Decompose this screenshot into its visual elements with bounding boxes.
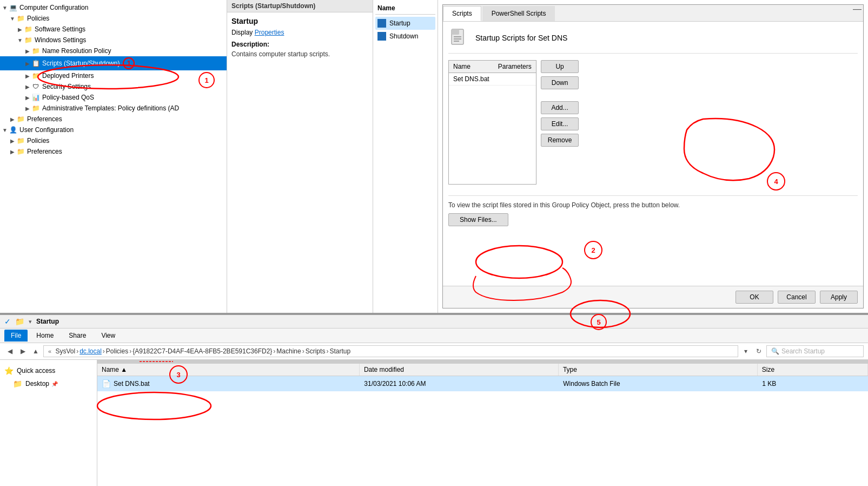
file-size: 1 KB <box>758 378 868 389</box>
scripts-dialog-icon <box>448 27 470 49</box>
path-machine: Machine <box>276 347 301 355</box>
tree-item-name-resolution[interactable]: ▶📁Name Resolution Policy <box>0 45 227 56</box>
file-name-cell: 📄Set DNS.bat <box>97 378 360 390</box>
pin-icon: 📌 <box>51 381 58 387</box>
tree-item-deployed-printers[interactable]: ▶📁Deployed Printers <box>0 70 227 81</box>
nav-ribbon: File Home Share View <box>0 329 868 343</box>
forward-button[interactable]: ▶ <box>17 346 28 357</box>
startup-title: Startup <box>231 17 368 25</box>
file-type: Windows Batch File <box>559 378 758 389</box>
expand-icon: ▶ <box>24 94 31 101</box>
edit-button[interactable]: Edit... <box>541 117 579 130</box>
nav-quick-access[interactable]: ⭐ Quick access <box>0 364 97 377</box>
tree-item-windows-settings[interactable]: ▼📁Windows Settings <box>0 35 227 45</box>
tree-item-icon: 📁 <box>31 71 40 80</box>
show-files-text: To view the script files stored in this … <box>448 201 858 209</box>
tree-item-label: Security Settings <box>42 83 91 90</box>
dropdown-button[interactable]: ▾ <box>740 346 751 357</box>
tree-item-label: Preferences <box>27 148 62 155</box>
scripts-table: Name Parameters Set DNS.bat <box>449 61 536 86</box>
tree-item-icon: 📁 <box>24 36 32 44</box>
tree-item-label: Deployed Printers <box>42 72 94 80</box>
tree-item-scripts[interactable]: ▶📋Scripts (Startup/Shutdown)1 <box>0 56 227 70</box>
desktop-label: Desktop <box>25 380 49 388</box>
search-box[interactable]: 🔍 Search Startup <box>766 345 864 357</box>
tree-item-label: Preferences <box>27 115 62 123</box>
expand-icon: ▶ <box>9 148 16 155</box>
tree-item-label: Computer Configuration <box>19 4 88 11</box>
quick-access-label: Quick access <box>17 367 55 375</box>
tree-item-policies2[interactable]: ▶📁Policies <box>0 135 227 146</box>
ok-button[interactable]: OK <box>736 291 773 304</box>
tree-item-label: Software Settings <box>35 25 85 33</box>
explorer-main: Name ▲ Date modified Type Size 📄Set DNS.… <box>97 360 868 486</box>
col-header-date[interactable]: Date modified <box>360 364 559 376</box>
add-button[interactable]: Add... <box>541 101 579 114</box>
file-list-header: Name ▲ Date modified Type Size <box>97 364 868 376</box>
scripts-content: Startup Scripts for Set DNS Name Paramet… <box>443 22 863 286</box>
ribbon-tab-home[interactable]: Home <box>30 330 60 341</box>
file-explorer: ✓ 📁 ▾ Startup — File Home Share View ◀ ▶… <box>0 314 868 486</box>
tree-item-preferences2[interactable]: ▶📁Preferences <box>0 146 227 157</box>
tree-item-policies[interactable]: ▼📁Policies <box>0 13 227 24</box>
tree-item-security-settings[interactable]: ▶🛡Security Settings <box>0 81 227 92</box>
expand-icon: ▶ <box>9 137 16 145</box>
list-item-label: Startup <box>389 19 410 27</box>
ribbon-tab-share[interactable]: Share <box>62 330 92 341</box>
tree-item-user-config[interactable]: ▼👤User Configuration <box>0 124 227 135</box>
list-item-label: Shutdown <box>389 32 418 40</box>
col-params: Parameters <box>494 61 536 73</box>
col-header-name[interactable]: Name ▲ <box>97 364 360 376</box>
up-button-nav[interactable]: ▲ <box>30 346 41 357</box>
expand-icon: ▼ <box>16 36 24 44</box>
apply-button[interactable]: Apply <box>820 291 858 304</box>
tree-item-icon: 📋 <box>31 59 40 68</box>
path-guid: {A91822C7-D4AF-4EAA-8FB5-2BE591C36FD2} <box>132 347 272 355</box>
col-header-type[interactable]: Type <box>559 364 758 376</box>
star-icon: ⭐ <box>4 366 14 375</box>
file-name-text: Set DNS.bat <box>114 380 150 388</box>
address-path[interactable]: « SysVol › dc.local › Policies › {A91822… <box>43 345 738 357</box>
scripts-header-bar: Scripts (Startup/Shutdown) <box>227 0 373 12</box>
col-header-size[interactable]: Size <box>758 364 868 376</box>
tree-item-label: Administrative Templates: Policy definit… <box>42 104 179 112</box>
up-button[interactable]: Up <box>541 60 579 73</box>
tree-item-label: Policies <box>27 15 49 22</box>
scripts-table-area: Name Parameters Set DNS.bat Up Down A <box>448 60 858 190</box>
name-list-item-startup[interactable]: Startup <box>375 17 435 30</box>
file-row[interactable]: 📄Set DNS.bat31/03/2021 10:06 AMWindows B… <box>97 376 868 391</box>
expand-icon: ▼ <box>1 126 9 134</box>
file-rows-container: 📄Set DNS.bat31/03/2021 10:06 AMWindows B… <box>97 376 868 391</box>
tree-item-computer-config[interactable]: ▼💻Computer Configuration <box>0 2 227 13</box>
tab-scripts[interactable]: Scripts <box>443 6 481 21</box>
tree-item-software-settings[interactable]: ▶📁Software Settings <box>0 24 227 35</box>
show-files-button[interactable]: Show Files... <box>448 213 508 226</box>
middle-panel: Scripts (Startup/Shutdown) Startup Displ… <box>227 0 373 313</box>
folder-icon-title: 📁 <box>15 317 24 326</box>
name-list-item-shutdown[interactable]: Shutdown <box>375 30 435 43</box>
cancel-button[interactable]: Cancel <box>778 291 816 304</box>
explorer-title-bar: ✓ 📁 ▾ Startup — <box>0 315 868 329</box>
tab-powershell[interactable]: PowerShell Scripts <box>482 6 555 21</box>
back-button[interactable]: ◀ <box>4 346 15 357</box>
remove-button[interactable]: Remove <box>541 134 579 147</box>
expand-icon: ▶ <box>24 83 31 90</box>
table-row[interactable]: Set DNS.bat <box>449 73 536 86</box>
name-list-panel: Name StartupShutdown <box>373 0 438 313</box>
path-startup: Startup <box>329 347 350 355</box>
properties-link[interactable]: Properties <box>255 29 284 36</box>
ribbon-tab-view[interactable]: View <box>95 330 122 341</box>
tree-item-icon: 📁 <box>16 115 25 123</box>
nav-desktop[interactable]: 📁 Desktop 📌 <box>0 377 97 390</box>
tree-item-icon: 📁 <box>16 147 25 156</box>
tree-item-admin-templates[interactable]: ▶📁Administrative Templates: Policy defin… <box>0 103 227 114</box>
tree-item-policy-qos[interactable]: ▶📊Policy-based QoS <box>0 92 227 103</box>
name-list-header: Name <box>375 2 435 15</box>
tree-item-label: Policies <box>27 137 49 145</box>
minimize-button[interactable]: — <box>853 4 862 14</box>
down-button[interactable]: Down <box>541 76 579 89</box>
scripts-dialog-header: Startup Scripts for Set DNS <box>448 27 858 54</box>
tree-item-preferences[interactable]: ▶📁Preferences <box>0 114 227 124</box>
refresh-button[interactable]: ↻ <box>753 346 764 357</box>
ribbon-tab-file[interactable]: File <box>4 330 28 341</box>
